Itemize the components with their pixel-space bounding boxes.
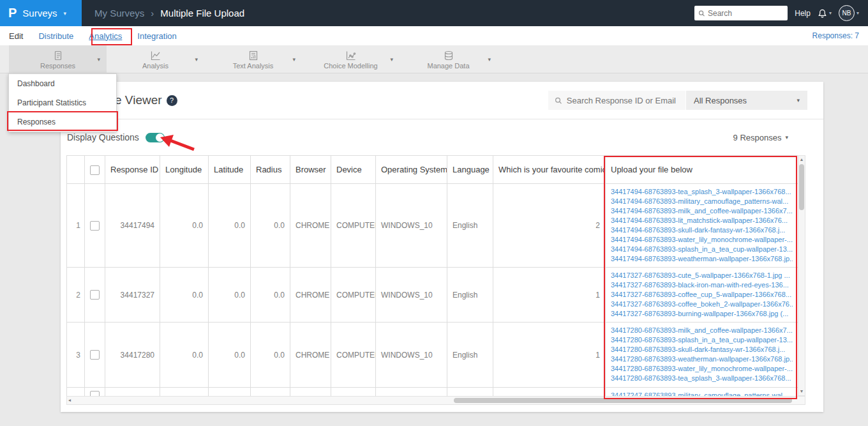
response-id-cell: 34417280 (105, 323, 160, 388)
help-link[interactable]: Help (795, 9, 811, 18)
file-link[interactable]: 34417494-68763893-tea_splash_3-wallpaper… (611, 187, 793, 197)
column-header-longitude[interactable]: Longitude (160, 156, 209, 184)
search-icon (698, 10, 705, 17)
tab-distribute[interactable]: Distribute (38, 31, 73, 41)
responses-count-dropdown[interactable]: 9 Responses ▾ (733, 133, 788, 142)
file-link[interactable]: 34417494-68763893-skull-dark-fantasy-wr-… (611, 225, 793, 235)
menu-item-responses[interactable]: Responses (9, 112, 116, 132)
global-search[interactable] (694, 6, 788, 20)
chevron-down-icon[interactable]: ▾ (97, 56, 100, 63)
toolbar-item-choice-modelling[interactable]: Choice Modelling▾ (302, 45, 400, 73)
browser-cell: CHROME (290, 323, 331, 388)
file-link[interactable]: 34417280-68763893-weatherman-wallpaper-1… (611, 354, 793, 364)
toolbar-item-label: Text Analysis (233, 62, 274, 70)
file-link[interactable]: 34417327-68763893-coffee_cup_5-wallpaper… (611, 290, 793, 300)
chevron-down-icon[interactable]: ▾ (195, 56, 198, 63)
display-questions-toggle[interactable] (146, 133, 165, 142)
global-search-input[interactable] (708, 9, 784, 18)
device-cell (331, 388, 376, 397)
toolbar-item-label: Choice Modelling (324, 62, 377, 70)
table-header-row: Response ID▴LongitudeLatitudeRadiusBrows… (67, 156, 798, 184)
menu-item-dashboard[interactable]: Dashboard (9, 74, 116, 93)
scroll-down-icon[interactable]: ▼ (798, 388, 805, 395)
menu-item-participant-statistics[interactable]: Participant Statistics (9, 93, 116, 112)
tab-analytics[interactable]: Analytics (89, 31, 122, 41)
line-chart-icon (150, 50, 161, 61)
file-link[interactable]: 34417327-68763893-black-iron-man-with-re… (611, 280, 793, 290)
file-link[interactable]: 34417327-68763893-coffee_bokeh_2-wallpap… (611, 300, 793, 309)
file-link[interactable]: 34417247-68763893-military_camouflage_pa… (611, 391, 793, 396)
radius-cell: 0.0 (251, 323, 290, 388)
horizontal-scrollbar[interactable]: ◂ (66, 396, 805, 405)
select-all-checkbox[interactable] (90, 165, 100, 175)
chevron-down-icon[interactable]: ▾ (488, 56, 491, 63)
column-header-response-id[interactable]: Response ID▴ (105, 156, 160, 184)
row-number-cell: 1 (67, 184, 85, 268)
latitude-cell: 0.0 (209, 184, 251, 268)
toolbar-item-analysis[interactable]: Analysis▾ (107, 45, 204, 73)
chevron-down-icon[interactable]: ▾ (390, 56, 393, 63)
response-id-cell (105, 388, 160, 397)
toolbar-item-manage-data[interactable]: Manage Data▾ (400, 45, 497, 73)
row-checkbox[interactable] (90, 391, 100, 396)
column-header-language[interactable]: Language (447, 156, 493, 184)
help-icon[interactable]: ? (167, 95, 177, 106)
file-link[interactable]: 34417494-68763893-milk_and_coffee-wallpa… (611, 206, 793, 216)
column-header-upload-your-file-below[interactable]: Upload your file below (606, 156, 798, 184)
response-search[interactable] (548, 91, 685, 110)
tab-integration[interactable]: Integration (137, 31, 176, 41)
file-link[interactable]: 34417494-68763893-lit_matchstick-wallpap… (611, 216, 793, 225)
uploaded-files-cell: 34417327-68763893-cute_5-wallpaper-1366x… (606, 268, 798, 323)
column-header-browser[interactable]: Browser (290, 156, 331, 184)
os-cell: WINDOWS_10 (376, 184, 447, 268)
latitude-cell: 0.0 (209, 268, 251, 323)
os-cell (376, 388, 447, 397)
column-header-radius[interactable]: Radius (251, 156, 290, 184)
column-header-label: Longitude (165, 165, 202, 174)
display-questions-control: Display Questions (67, 132, 165, 142)
column-header-latitude[interactable]: Latitude (209, 156, 251, 184)
column-header-operating-system[interactable]: Operating System (376, 156, 447, 184)
chevron-down-icon: ▾ (829, 10, 832, 16)
column-header-label: Language (453, 165, 490, 174)
file-link[interactable]: 34417280-68763893-splash_in_a_tea_cup-wa… (611, 335, 793, 345)
response-search-input[interactable] (567, 96, 679, 105)
file-link[interactable]: 34417280-68763893-tea_splash_3-wallpaper… (611, 374, 793, 383)
column-header-label: Which is your favourite comics? (498, 165, 606, 174)
tab-edit[interactable]: Edit (9, 31, 23, 41)
horizontal-scrollbar-thumb[interactable] (454, 398, 792, 403)
response-id-cell: 34417327 (105, 268, 160, 323)
toolbar-item-text-analysis[interactable]: Text Analysis▾ (204, 45, 302, 73)
file-link[interactable]: 34417280-68763893-milk_and_coffee-wallpa… (611, 326, 793, 335)
file-link[interactable]: 34417280-68763893-water_lily_monochrome-… (611, 364, 793, 374)
vertical-scrollbar-thumb[interactable] (799, 164, 804, 210)
file-link[interactable]: 34417494-68763893-splash_in_a_tea_cup-wa… (611, 245, 793, 254)
row-checkbox[interactable] (90, 221, 100, 231)
file-link[interactable]: 34417494-68763893-weatherman-wallpaper-1… (611, 254, 793, 264)
toolbar-items: Responses▾Analysis▾Text Analysis▾Choice … (9, 45, 497, 73)
device-cell: COMPUTER (331, 184, 376, 268)
file-link[interactable]: 34417494-68763893-military_camouflage_pa… (611, 197, 793, 206)
column-header-which-is-your-favourite-comics[interactable]: Which is your favourite comics? (493, 156, 606, 184)
row-checkbox[interactable] (90, 290, 100, 300)
row-checkbox[interactable] (90, 350, 100, 360)
account-menu[interactable]: NB ▾ (839, 5, 859, 21)
file-link[interactable]: 34417494-68763893-water_lily_monochrome-… (611, 235, 793, 245)
file-link[interactable]: 34417280-68763893-skull-dark-fantasy-wr-… (611, 345, 793, 354)
breadcrumb-parent[interactable]: My Surveys (94, 8, 144, 19)
response-filter-select[interactable]: All Responses ▾ (686, 91, 807, 110)
vertical-scrollbar[interactable]: ▲ ▼ (798, 155, 805, 396)
file-link[interactable]: 34417327-68763893-cute_5-wallpaper-1366x… (611, 271, 793, 280)
app-switcher[interactable]: P Surveys ▾ (0, 0, 82, 26)
column-header-device[interactable]: Device (331, 156, 376, 184)
scroll-left-icon[interactable]: ◂ (68, 397, 71, 404)
checkbox-cell (85, 184, 105, 268)
toolbar-item-responses[interactable]: Responses▾ (9, 45, 107, 73)
chevron-down-icon[interactable]: ▾ (292, 56, 296, 63)
scroll-up-icon[interactable]: ▲ (798, 156, 805, 164)
response-viewer-card: Response Viewer ? All Responses ▾ Displa… (61, 82, 823, 412)
responses-table: Response ID▴LongitudeLatitudeRadiusBrows… (66, 155, 798, 396)
notifications-button[interactable]: ▾ (818, 8, 832, 19)
comics-answer-cell: 1 (493, 268, 606, 323)
file-link[interactable]: 34417327-68763893-burning-wallpaper-1366… (611, 309, 793, 319)
